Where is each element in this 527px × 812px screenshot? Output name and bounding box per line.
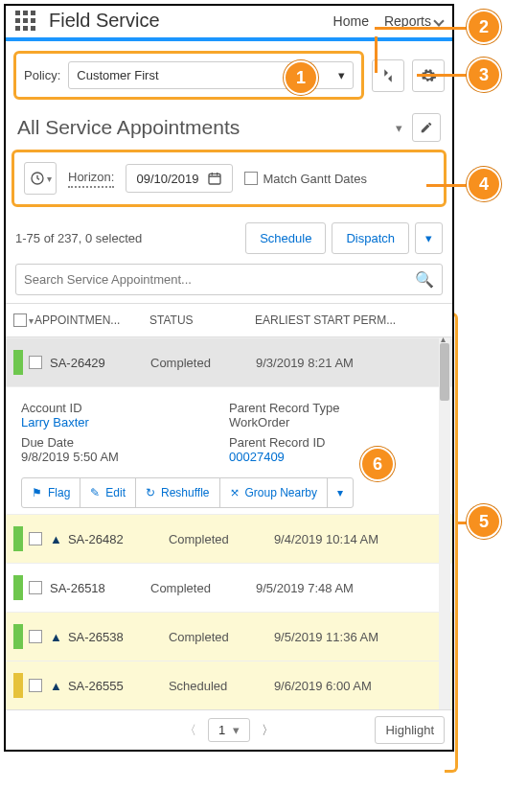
- pager-current[interactable]: 1 ▾: [208, 718, 250, 742]
- callout-3: 3: [467, 58, 501, 92]
- account-id-link[interactable]: Larry Baxter: [21, 415, 229, 429]
- horizon-label: Horizon:: [68, 170, 114, 188]
- scroll-up-icon: ▴: [441, 337, 448, 341]
- row-checkbox[interactable]: [29, 630, 42, 643]
- highlight-button[interactable]: Highlight: [375, 716, 445, 744]
- status-mark: [13, 526, 23, 551]
- caret-down-icon: ▾: [338, 68, 345, 82]
- appt-status: Completed: [169, 532, 274, 546]
- checkbox-icon: [244, 172, 258, 185]
- search-input[interactable]: [24, 272, 415, 287]
- callout-1: 1: [284, 60, 318, 95]
- callout-2: 2: [467, 10, 501, 44]
- reshuffle-icon: ↻: [146, 486, 155, 499]
- app-frame: Field Service Home Reports Policy: Custo…: [4, 4, 454, 752]
- search-row: 🔍: [6, 260, 452, 303]
- flag-button[interactable]: ⚑Flag: [22, 478, 80, 507]
- policy-label: Policy:: [24, 68, 60, 82]
- callout-4: 4: [467, 167, 501, 201]
- count-row: 1-75 of 237, 0 selected Schedule Dispatc…: [6, 217, 452, 260]
- status-mark: [13, 575, 23, 600]
- table-header: ▾ APPOINTMEN... STATUS EARLIEST START PE…: [6, 303, 452, 337]
- list-view-title: All Service Appointments: [17, 116, 386, 139]
- flag-icon: ⚑: [32, 486, 42, 499]
- caret-down-icon: ▾: [233, 723, 240, 737]
- pager-next[interactable]: 〉: [256, 720, 280, 741]
- app-launcher-icon[interactable]: [15, 11, 35, 31]
- warning-icon: ▲: [50, 679, 62, 693]
- more-actions-button[interactable]: ▾: [415, 222, 443, 254]
- appt-status: Completed: [169, 630, 274, 644]
- parent-type-value: WorkOrder: [229, 415, 437, 429]
- horizon-date-input[interactable]: 09/10/2019: [126, 164, 232, 193]
- split-icon: [379, 67, 397, 84]
- reshuffle-button[interactable]: ↻Reshuffle: [136, 478, 219, 507]
- appt-status: Completed: [150, 581, 256, 595]
- scroll-thumb[interactable]: [440, 343, 449, 401]
- clock-icon: [30, 171, 45, 186]
- callout-5: 5: [467, 504, 501, 539]
- appt-start: 9/3/2019 8:21 AM: [256, 356, 445, 370]
- policy-row: Policy: Customer First ▾: [6, 41, 452, 109]
- warning-icon: ▲: [50, 532, 62, 546]
- row-checkbox[interactable]: [29, 532, 42, 545]
- appt-start: 9/4/2019 10:14 AM: [274, 532, 445, 546]
- status-mark: [13, 624, 23, 649]
- appt-start: 9/6/2019 6:00 AM: [274, 679, 445, 693]
- appt-id: SA-26538: [68, 630, 169, 644]
- match-gantt-checkbox[interactable]: Match Gantt Dates: [244, 172, 367, 186]
- select-all-checkbox[interactable]: ▾: [13, 313, 34, 327]
- row-action-bar: ⚑Flag ✎Edit ↻Reshuffle ⤧Group Nearby ▾: [21, 477, 354, 508]
- scrollbar[interactable]: ▴ ▾: [439, 337, 450, 709]
- group-icon: ⤧: [230, 486, 240, 499]
- appt-id: SA-26482: [68, 532, 169, 546]
- edit-list-button[interactable]: [412, 113, 441, 142]
- appt-id: SA-26555: [68, 679, 169, 693]
- app-name: Field Service: [49, 10, 160, 32]
- table-row[interactable]: SA-26429 Completed 9/3/2019 8:21 AM: [6, 337, 452, 386]
- row-checkbox[interactable]: [29, 356, 42, 369]
- parent-id-label: Parent Record ID: [229, 435, 437, 450]
- app-header: Field Service Home Reports: [6, 6, 452, 41]
- footer: 〈 1 ▾ 〉 Highlight: [6, 710, 452, 750]
- appt-status: Scheduled: [169, 679, 274, 693]
- callout-6: 6: [360, 447, 395, 481]
- col-appointment[interactable]: APPOINTMEN...: [34, 313, 149, 327]
- appointment-rows: SA-26429 Completed 9/3/2019 8:21 AM Acco…: [6, 337, 452, 710]
- row-checkbox[interactable]: [29, 679, 42, 692]
- status-mark: [13, 350, 23, 375]
- search-icon: 🔍: [415, 270, 434, 289]
- search-box[interactable]: 🔍: [15, 264, 443, 295]
- dispatch-button[interactable]: Dispatch: [332, 222, 409, 254]
- pager-prev[interactable]: 〈: [178, 720, 202, 741]
- table-row[interactable]: ▲ SA-26482 Completed 9/4/2019 10:14 AM: [6, 514, 452, 563]
- due-date-value: 9/8/2019 5:50 AM: [21, 450, 229, 464]
- parent-id-link[interactable]: 00027409: [229, 450, 437, 464]
- group-nearby-button[interactable]: ⤧Group Nearby: [220, 478, 328, 507]
- table-row[interactable]: ▲ SA-26538 Completed 9/5/2019 11:36 AM: [6, 612, 452, 661]
- table-row[interactable]: SA-26518 Completed 9/5/2019 7:48 AM: [6, 563, 452, 612]
- table-row[interactable]: ▲ SA-26555 Scheduled 9/6/2019 6:00 AM: [6, 661, 452, 709]
- policy-value: Customer First: [77, 68, 158, 82]
- col-status[interactable]: STATUS: [149, 313, 255, 327]
- calendar-icon: [207, 171, 222, 186]
- chevron-down-icon: [433, 15, 444, 26]
- col-earliest-start[interactable]: EARLIEST START PERM...: [255, 313, 445, 327]
- nav-home[interactable]: Home: [333, 13, 369, 29]
- appt-id: SA-26518: [50, 581, 150, 595]
- clock-button[interactable]: ▾: [24, 162, 57, 195]
- list-title-row: All Service Appointments ▾: [6, 109, 452, 150]
- due-date-label: Due Date: [21, 435, 229, 450]
- edit-button[interactable]: ✎Edit: [80, 478, 136, 507]
- pencil-icon: [420, 121, 433, 134]
- schedule-button[interactable]: Schedule: [245, 222, 326, 254]
- row-more-button[interactable]: ▾: [328, 478, 353, 507]
- list-view-menu[interactable]: ▾: [396, 121, 402, 135]
- appt-start: 9/5/2019 11:36 AM: [274, 630, 445, 644]
- appt-start: 9/5/2019 7:48 AM: [256, 581, 445, 595]
- status-mark: [13, 673, 23, 698]
- account-id-label: Account ID: [21, 401, 229, 415]
- parent-type-label: Parent Record Type: [229, 401, 437, 415]
- pencil-icon: ✎: [90, 486, 100, 499]
- row-checkbox[interactable]: [29, 581, 42, 594]
